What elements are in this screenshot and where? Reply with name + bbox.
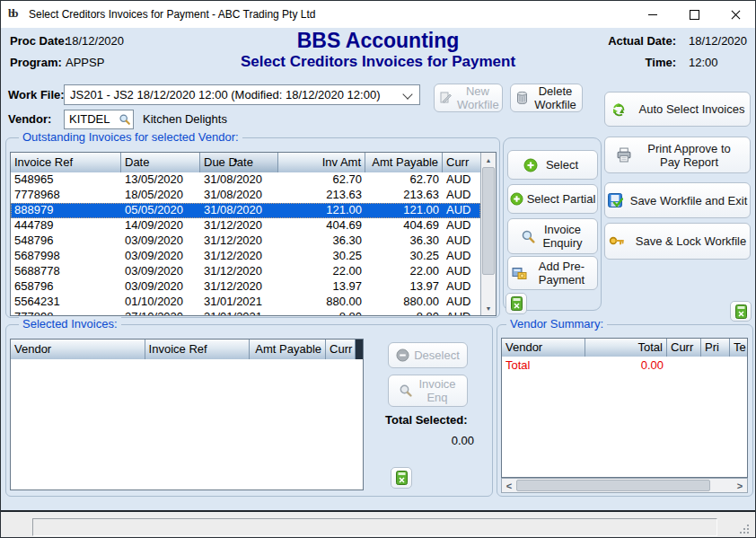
table-row[interactable]: 568799803/09/202031/12/202030.2530.25AUD <box>11 249 480 264</box>
table-row[interactable]: 65879603/09/202031/12/202013.9713.97AUD <box>11 279 480 295</box>
table-cell[interactable]: 7778968 <box>11 188 121 203</box>
table-cell[interactable]: 27/10/2020 <box>121 310 200 315</box>
outstanding-vertical-scrollbar[interactable]: ▲ ▼ <box>480 153 496 315</box>
table-row[interactable]: 777896818/05/202031/08/2020213.63213.63A… <box>11 188 480 203</box>
column-header-due-date[interactable]: Due Date▲ <box>200 153 278 172</box>
delete-workfile-button[interactable]: Delete Workfile <box>510 84 583 112</box>
maximize-button[interactable] <box>673 1 715 28</box>
table-cell[interactable]: 5564231 <box>11 295 121 310</box>
table-cell[interactable]: 31/12/2020 <box>200 234 278 249</box>
table-cell[interactable]: 213.63 <box>278 188 365 203</box>
close-button[interactable] <box>715 1 756 28</box>
table-cell[interactable]: 548965 <box>11 172 121 188</box>
table-cell[interactable]: 8.80 <box>278 310 365 315</box>
vendor-code-input[interactable]: KITDEL <box>64 110 134 129</box>
table-cell[interactable]: AUD <box>443 172 480 188</box>
invoice-enquiry-button[interactable]: Invoice Enquiry <box>507 218 598 254</box>
column-header-vendor[interactable]: Vendor <box>502 339 585 357</box>
table-cell[interactable]: 658796 <box>11 279 121 295</box>
scroll-down-icon[interactable]: ▼ <box>481 301 496 315</box>
table-cell[interactable]: 121.00 <box>365 203 443 218</box>
table-cell[interactable]: 5688778 <box>11 264 121 279</box>
invoice-enq-button[interactable]: Invoice Enq <box>388 375 468 407</box>
column-header-inv-amt[interactable]: Inv Amt <box>278 153 365 172</box>
column-header-amt-payable[interactable]: Amt Payable <box>250 340 326 359</box>
select-partial-button[interactable]: Select Partial <box>507 184 598 214</box>
save-workfile-exit-button[interactable]: Save Workfile and Exit <box>604 182 751 218</box>
scroll-right-icon[interactable]: > <box>733 479 747 492</box>
resize-grip[interactable] <box>739 524 751 535</box>
table-cell[interactable]: 30.25 <box>278 249 365 264</box>
table-cell[interactable]: 31/08/2020 <box>200 203 278 218</box>
table-cell[interactable]: 8.80 <box>365 310 443 315</box>
table-row[interactable]: 54896513/05/202031/08/202062.7062.70AUD <box>11 172 480 188</box>
table-cell[interactable]: 14/09/2020 <box>121 218 200 234</box>
table-cell[interactable]: 31/01/2021 <box>200 310 278 315</box>
table-cell[interactable]: 31/12/2020 <box>200 264 278 279</box>
table-cell[interactable]: 22.00 <box>278 264 365 279</box>
column-header-amt-payable[interactable]: Amt Payable <box>365 153 443 172</box>
column-header-curr[interactable]: Curr <box>667 339 701 357</box>
table-cell[interactable]: 404.69 <box>365 218 443 234</box>
table-cell[interactable]: 31/12/2020 <box>200 249 278 264</box>
table-cell[interactable]: 22.00 <box>365 264 443 279</box>
column-header-te[interactable]: Te <box>730 339 747 357</box>
table-cell[interactable]: 01/10/2020 <box>121 295 200 310</box>
column-header-curr[interactable]: Curr <box>443 153 480 172</box>
table-row[interactable]: 556423101/10/202031/01/2021880.00880.00A… <box>11 295 480 310</box>
table-cell[interactable]: 30.25 <box>365 249 443 264</box>
table-cell[interactable]: 13.97 <box>365 279 443 295</box>
vendor-summary-horizontal-scrollbar[interactable]: < > <box>501 478 748 493</box>
table-cell[interactable]: 03/09/2020 <box>121 234 200 249</box>
table-cell[interactable]: 62.70 <box>365 172 443 188</box>
table-cell[interactable]: 213.63 <box>365 188 443 203</box>
column-header-vendor[interactable]: Vendor <box>11 340 145 359</box>
table-cell[interactable]: AUD <box>443 249 480 264</box>
column-header-total[interactable]: Total <box>585 339 667 357</box>
table-cell[interactable]: AUD <box>443 295 480 310</box>
add-prepayment-button[interactable]: Add Pre-Payment <box>507 256 598 290</box>
scroll-left-icon[interactable]: < <box>502 479 516 492</box>
scrollbar-thumb[interactable] <box>516 480 710 491</box>
table-cell[interactable]: 36.30 <box>365 234 443 249</box>
save-lock-workfile-button[interactable]: Save & Lock Workfile <box>604 223 751 260</box>
column-header-pri[interactable]: Pri <box>701 339 730 357</box>
table-cell[interactable]: 404.69 <box>278 218 365 234</box>
table-cell[interactable]: 31/08/2020 <box>200 188 278 203</box>
table-cell[interactable]: 444789 <box>11 218 121 234</box>
table-cell[interactable]: 05/05/2020 <box>121 203 200 218</box>
table-row[interactable]: 44478914/09/202031/12/2020404.69404.69AU… <box>11 218 480 234</box>
auto-select-invoices-button[interactable]: Auto Select Invoices <box>604 92 751 127</box>
table-cell[interactable]: AUD <box>443 264 480 279</box>
table-cell[interactable]: AUD <box>443 218 480 234</box>
title-bar[interactable]: bb Select Creditors Invoices for Payment… <box>1 1 755 28</box>
table-cell[interactable]: 03/09/2020 <box>121 264 200 279</box>
print-approve-button[interactable]: Print Approve to Pay Report <box>604 137 751 173</box>
table-cell[interactable]: AUD <box>443 310 480 315</box>
table-row[interactable]: 54879603/09/202031/12/202036.3036.30AUD <box>11 234 480 249</box>
select-button[interactable]: Select <box>507 150 598 180</box>
column-header-invoice-ref[interactable]: Invoice Ref <box>145 340 251 359</box>
table-cell[interactable]: 18/05/2020 <box>121 188 200 203</box>
table-cell[interactable]: AUD <box>443 234 480 249</box>
vendor-lookup-icon[interactable] <box>119 113 131 126</box>
column-header-date[interactable]: Date <box>121 153 200 172</box>
table-cell[interactable]: 31/08/2020 <box>200 172 278 188</box>
table-cell[interactable]: 888979 <box>11 203 121 218</box>
new-workfile-button[interactable]: New Workfile <box>434 84 503 112</box>
scrollbar-thumb[interactable] <box>482 167 495 275</box>
table-cell[interactable]: 880.00 <box>365 295 443 310</box>
export-outstanding-excel-button[interactable] <box>505 293 527 314</box>
table-row[interactable]: 77789827/10/202031/01/20218.808.80AUD <box>11 310 480 315</box>
table-cell[interactable]: AUD <box>443 203 480 218</box>
table-cell[interactable]: 03/09/2020 <box>121 279 200 295</box>
table-cell[interactable]: 31/12/2020 <box>200 218 278 234</box>
minimize-button[interactable] <box>632 1 673 28</box>
column-header-curr[interactable]: Curr <box>326 340 356 359</box>
table-cell[interactable]: 31/01/2021 <box>200 295 278 310</box>
table-cell[interactable]: 121.00 <box>278 203 365 218</box>
table-cell[interactable]: AUD <box>443 188 480 203</box>
table-cell[interactable]: 880.00 <box>278 295 365 310</box>
table-row[interactable]: 88897905/05/202031/08/2020121.00121.00AU… <box>11 203 480 218</box>
table-cell[interactable]: 5687998 <box>11 249 121 264</box>
